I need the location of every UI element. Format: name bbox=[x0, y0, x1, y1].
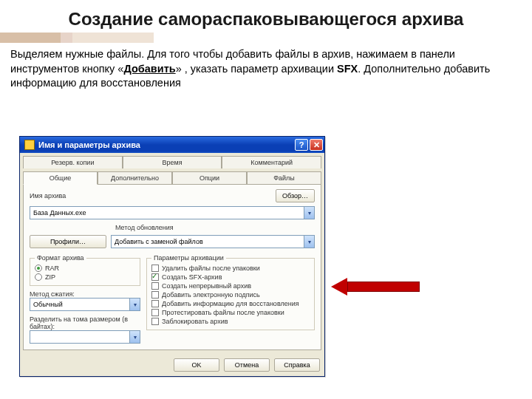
format-group-label: Формат архива bbox=[35, 254, 86, 262]
split-label: Разделить на тома размером (в байтах): bbox=[30, 316, 140, 330]
chk-sfx[interactable]: Создать SFX-архив bbox=[151, 273, 310, 281]
archive-name-label: Имя архива bbox=[30, 192, 66, 200]
radio-rar[interactable]: RAR bbox=[35, 265, 135, 272]
chk-test[interactable]: Протестировать файлы после упаковки bbox=[151, 309, 310, 316]
chk-lock[interactable]: Заблокировать архив bbox=[151, 318, 310, 325]
chevron-down-icon[interactable]: ▾ bbox=[129, 299, 140, 310]
window-title: Имя и параметры архива bbox=[38, 140, 293, 149]
split-input[interactable]: ▾ bbox=[30, 330, 140, 344]
update-mode-value: Добавить с заменой файлов bbox=[115, 238, 203, 245]
chk-solid[interactable]: Создать непрерывный архив bbox=[151, 282, 310, 290]
slide-description: Выделяем нужные файлы. Для того чтобы до… bbox=[0, 47, 532, 91]
method-label: Метод сжатия: bbox=[30, 290, 140, 298]
chk-sign[interactable]: Добавить электронную подпись bbox=[151, 291, 310, 299]
params-group-label: Параметры архивации bbox=[151, 254, 226, 262]
tab-files[interactable]: Файлы bbox=[247, 171, 321, 185]
tab-time[interactable]: Время bbox=[123, 156, 222, 168]
red-arrow-annotation bbox=[331, 278, 420, 296]
decorative-bar bbox=[0, 33, 532, 43]
radio-zip[interactable]: ZIP bbox=[35, 273, 135, 281]
chk-recovery[interactable]: Добавить информацию для восстановления bbox=[151, 300, 310, 307]
profiles-button[interactable]: Профили… bbox=[30, 235, 106, 248]
update-mode-label: Метод обновления bbox=[115, 224, 174, 231]
archive-dialog: Имя и параметры архива ? ✕ Резерв. копии… bbox=[19, 136, 325, 377]
tab-options[interactable]: Опции bbox=[172, 171, 247, 185]
ok-button[interactable]: OK bbox=[174, 358, 219, 372]
tab-advanced[interactable]: Дополнительно bbox=[98, 171, 172, 185]
chk-delete-after[interactable]: Удалить файлы после упаковки bbox=[151, 265, 310, 272]
method-select[interactable]: Обычный ▾ bbox=[30, 298, 140, 311]
close-button[interactable]: ✕ bbox=[310, 139, 323, 151]
update-mode-select[interactable]: Добавить с заменой файлов ▾ bbox=[111, 235, 315, 248]
chevron-down-icon[interactable]: ▾ bbox=[304, 236, 314, 248]
tab-backup[interactable]: Резерв. копии bbox=[23, 156, 123, 168]
archive-name-input[interactable]: База Данных.exe ▾ bbox=[30, 206, 315, 219]
dialog-button-bar: OK Отмена Справка bbox=[20, 354, 324, 376]
help-button-bottom[interactable]: Справка bbox=[274, 358, 320, 372]
tabs-back-row: Резерв. копии Время Комментарий bbox=[23, 156, 321, 168]
tab-general[interactable]: Общие bbox=[23, 171, 98, 185]
cancel-button[interactable]: Отмена bbox=[224, 358, 270, 372]
archive-name-value: База Данных.exe bbox=[33, 209, 86, 216]
format-group: Формат архива RAR ZIP bbox=[30, 258, 140, 286]
chevron-down-icon[interactable]: ▾ bbox=[304, 207, 314, 219]
help-button[interactable]: ? bbox=[295, 139, 308, 151]
chevron-down-icon[interactable]: ▾ bbox=[129, 331, 140, 343]
tabs-front-row: Общие Дополнительно Опции Файлы bbox=[23, 171, 321, 185]
method-value: Обычный bbox=[33, 301, 63, 308]
params-group: Параметры архивации Удалить файлы после … bbox=[146, 258, 315, 330]
general-pane: Имя архива Обзор… База Данных.exe ▾ Мето… bbox=[23, 184, 321, 350]
app-icon bbox=[24, 140, 35, 150]
titlebar: Имя и параметры архива ? ✕ bbox=[20, 137, 324, 153]
slide-title: Создание самораспаковывающегося архива bbox=[0, 0, 532, 33]
tab-comment[interactable]: Комментарий bbox=[222, 156, 321, 168]
browse-button[interactable]: Обзор… bbox=[276, 189, 315, 202]
